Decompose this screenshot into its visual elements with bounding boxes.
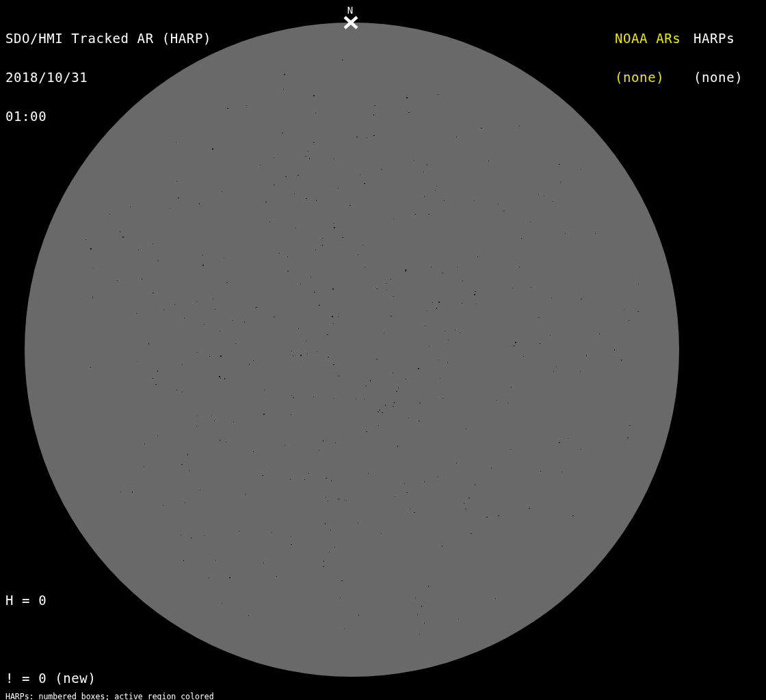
- page-title: SDO/HMI Tracked AR (HARP): [5, 32, 211, 45]
- noaa-ars-label: NOAA ARs: [615, 32, 681, 45]
- harp-viewer-screen: SDO/HMI Tracked AR (HARP) 2018/10/31 01:…: [0, 0, 766, 700]
- noaa-ars-counter: NOAA ARs (none): [615, 6, 681, 110]
- north-pole-cross-icon: [343, 16, 359, 29]
- legend-spacer: [5, 633, 162, 646]
- harp-total-line: H = 0: [5, 594, 162, 607]
- harps-counter: HARPs (none): [694, 6, 743, 110]
- time-label: 01:00: [5, 110, 211, 123]
- title-block: SDO/HMI Tracked AR (HARP) 2018/10/31 01:…: [5, 6, 211, 149]
- harps-value: (none): [694, 71, 743, 84]
- harps-label: HARPs: [694, 32, 743, 45]
- footer-harps-note: HARPs: numbered boxes; active region col…: [5, 692, 280, 700]
- date-label: 2018/10/31: [5, 71, 211, 84]
- noaa-ars-value: (none): [615, 71, 681, 84]
- footer-notes: HARPs: numbered boxes; active region col…: [5, 676, 280, 700]
- north-pole-label: N: [341, 5, 360, 16]
